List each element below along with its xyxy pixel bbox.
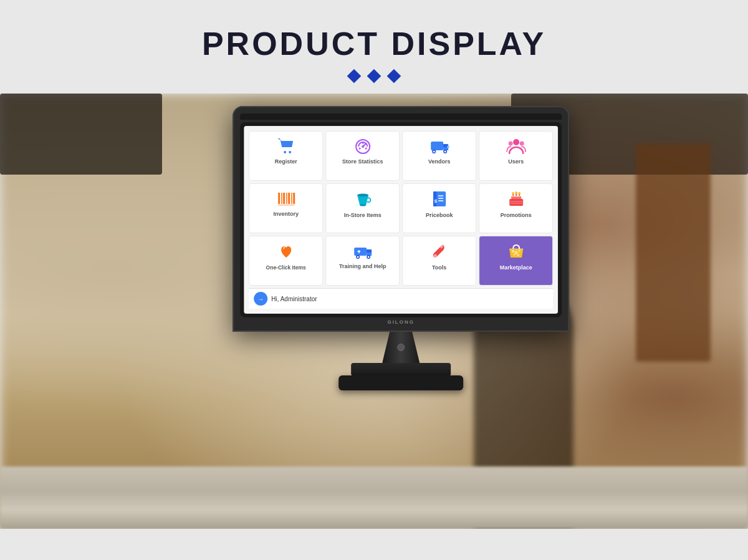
vendors-label: Vendors bbox=[428, 158, 451, 165]
svg-point-39 bbox=[515, 191, 517, 194]
menu-item-oneclick[interactable]: One-Click Items bbox=[249, 236, 323, 286]
svg-point-6 bbox=[365, 148, 367, 150]
svg-point-16 bbox=[519, 142, 524, 146]
svg-point-14 bbox=[513, 139, 519, 145]
store-statistics-label: Store Statistics bbox=[342, 158, 383, 165]
svg-point-40 bbox=[518, 192, 520, 195]
svg-rect-17 bbox=[278, 193, 280, 204]
marketplace-label: Marketplace bbox=[500, 264, 532, 271]
svg-rect-33 bbox=[509, 199, 523, 206]
menu-item-inventory[interactable]: Inventory bbox=[249, 183, 323, 233]
menu-item-tools[interactable]: Tools bbox=[402, 236, 476, 286]
svg-point-0 bbox=[284, 151, 286, 153]
svg-text:$: $ bbox=[434, 198, 437, 204]
diamond-2 bbox=[367, 69, 381, 84]
svg-rect-18 bbox=[281, 193, 282, 204]
header-section: PRODUCT DISPLAY bbox=[0, 0, 748, 94]
status-icon: → bbox=[254, 292, 267, 306]
menu-item-vendors[interactable]: Vendors bbox=[402, 131, 476, 181]
svg-point-15 bbox=[508, 142, 512, 146]
menu-item-pricebook[interactable]: $ Pricebook bbox=[402, 183, 476, 233]
svg-point-52 bbox=[512, 250, 514, 253]
svg-rect-21 bbox=[288, 193, 290, 204]
svg-point-56 bbox=[517, 254, 519, 256]
inventory-label: Inventory bbox=[273, 211, 299, 218]
svg-line-4 bbox=[363, 143, 366, 147]
users-label: Users bbox=[508, 158, 524, 165]
barcode-icon bbox=[276, 190, 296, 208]
svg-rect-8 bbox=[431, 142, 443, 150]
oneclick-label: One-Click Items bbox=[266, 264, 306, 271]
svg-point-55 bbox=[513, 254, 515, 256]
menu-item-instore[interactable]: In-Store Items bbox=[325, 183, 400, 233]
monitor-brand: GILONG bbox=[240, 317, 562, 327]
monitor-neck bbox=[382, 332, 420, 363]
monitor-base-foot bbox=[338, 375, 463, 390]
svg-rect-34 bbox=[511, 196, 521, 199]
monitor-base bbox=[351, 363, 451, 375]
svg-point-1 bbox=[289, 151, 291, 153]
pricebook-label: Pricebook bbox=[426, 212, 453, 219]
status-bar: → Hi, Administrator bbox=[249, 288, 553, 309]
svg-rect-13 bbox=[447, 146, 449, 148]
svg-rect-19 bbox=[283, 193, 285, 204]
menu-item-register[interactable]: Register bbox=[249, 131, 323, 181]
wrench-icon bbox=[431, 243, 448, 262]
bg-board-left bbox=[0, 94, 162, 175]
page-title: PRODUCT DISPLAY bbox=[0, 25, 748, 62]
menu-item-marketplace[interactable]: Marketplace bbox=[479, 236, 553, 286]
svg-point-12 bbox=[444, 151, 446, 153]
menu-item-training[interactable]: Training and Help bbox=[325, 236, 400, 286]
svg-rect-24 bbox=[278, 205, 294, 206]
screen-bezel: Register bbox=[240, 122, 562, 317]
gauge-icon bbox=[353, 138, 372, 156]
truck-icon bbox=[429, 138, 449, 156]
training-label: Training and Help bbox=[339, 263, 386, 270]
instore-label: In-Store Items bbox=[344, 212, 381, 219]
background-area: Register bbox=[0, 94, 748, 529]
cake-icon bbox=[507, 190, 525, 210]
svg-rect-22 bbox=[291, 193, 292, 204]
menu-item-store-statistics[interactable]: Store Statistics bbox=[325, 131, 400, 181]
counter-surface bbox=[0, 466, 748, 529]
door-frame bbox=[636, 143, 711, 362]
decorative-diamonds bbox=[0, 71, 748, 81]
svg-rect-20 bbox=[286, 193, 287, 204]
svg-point-26 bbox=[360, 205, 366, 206]
screen: Register bbox=[244, 126, 558, 314]
book-icon: $ bbox=[431, 190, 448, 210]
monitor-neck-bolt bbox=[397, 344, 405, 351]
truck-medical-icon bbox=[353, 243, 373, 261]
register-label: Register bbox=[275, 158, 297, 165]
diamond-1 bbox=[347, 69, 362, 84]
svg-point-7 bbox=[362, 142, 363, 144]
svg-point-53 bbox=[514, 251, 517, 254]
tools-label: Tools bbox=[432, 264, 446, 271]
promotions-label: Promotions bbox=[501, 212, 532, 219]
menu-grid: Register bbox=[249, 131, 553, 286]
svg-point-11 bbox=[433, 151, 434, 153]
svg-point-54 bbox=[518, 250, 520, 252]
svg-rect-49 bbox=[357, 251, 360, 253]
monitor-outer: Register bbox=[233, 106, 569, 332]
monitor-top-bar bbox=[240, 113, 562, 120]
bag-icon bbox=[507, 243, 525, 262]
svg-point-46 bbox=[357, 256, 358, 258]
status-text: Hi, Administrator bbox=[271, 296, 317, 302]
cup-icon bbox=[353, 190, 372, 210]
menu-item-users[interactable]: Users bbox=[479, 131, 553, 181]
svg-point-38 bbox=[512, 192, 514, 195]
svg-rect-23 bbox=[293, 193, 295, 204]
svg-point-5 bbox=[358, 148, 360, 150]
users-icon bbox=[506, 138, 527, 156]
diamond-3 bbox=[387, 69, 401, 84]
svg-point-47 bbox=[367, 256, 369, 258]
svg-point-25 bbox=[357, 194, 368, 197]
svg-point-50 bbox=[433, 254, 436, 258]
menu-item-promotions[interactable]: Promotions bbox=[479, 183, 553, 233]
pos-ui: Register bbox=[244, 126, 558, 314]
hand-icon bbox=[277, 243, 295, 262]
cart-icon bbox=[277, 138, 295, 156]
monitor: Register bbox=[233, 106, 569, 390]
